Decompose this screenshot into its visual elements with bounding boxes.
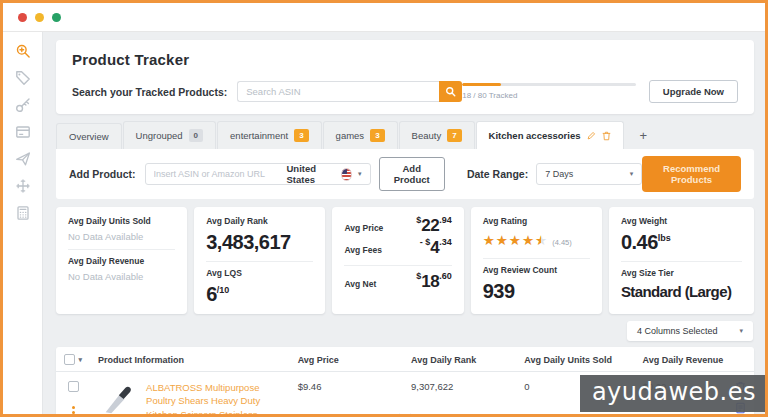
avg-size-tier-value: Standard (Large) bbox=[621, 283, 742, 300]
col-product-information[interactable]: Product Information bbox=[90, 347, 290, 372]
row-menu-kebab-icon[interactable] bbox=[72, 406, 75, 414]
marketplace-name: United States bbox=[287, 163, 336, 185]
chevron-down-icon: ▾ bbox=[630, 170, 634, 178]
upgrade-now-button[interactable]: Upgrade Now bbox=[649, 80, 738, 103]
tag-icon[interactable] bbox=[15, 70, 31, 86]
star-rating: ★★★★★★★★★★(4.45) bbox=[483, 231, 590, 249]
asin-url-input[interactable] bbox=[146, 169, 279, 179]
tab-ungrouped[interactable]: Ungrouped0 bbox=[123, 121, 216, 149]
row-expand-chevron-icon[interactable] bbox=[398, 413, 412, 414]
tracked-usage: 18 / 80 Tracked bbox=[462, 83, 636, 100]
tab-games[interactable]: games3 bbox=[323, 121, 398, 149]
chevron-down-icon: ▾ bbox=[358, 170, 362, 178]
search-asin-input[interactable] bbox=[237, 81, 439, 102]
tracker-header-panel: Product Tracker Search your Tracked Prod… bbox=[56, 40, 754, 114]
avg-lqs-value: 6/10 bbox=[206, 283, 313, 306]
card-rank-lqs: Avg Daily Rank 3,483,617 Avg LQS 6/10 bbox=[194, 207, 325, 314]
page-title: Product Tracker bbox=[72, 51, 738, 68]
card-price-fees-net: Avg Price $22.94 Avg Fees - $4.34 Avg Ne… bbox=[332, 207, 463, 314]
card-weight-size: Avg Weight 0.46lbs Avg Size Tier Standar… bbox=[609, 207, 754, 314]
media-card-icon[interactable] bbox=[15, 124, 31, 140]
search-magnet-icon[interactable] bbox=[15, 43, 31, 59]
avg-review-count-value: 939 bbox=[483, 280, 590, 303]
window-titlebar bbox=[3, 3, 765, 32]
avg-weight-value: 0.46lbs bbox=[621, 231, 742, 254]
product-title-link[interactable]: ALBATROSS Multipurpose Poultry Shears He… bbox=[146, 381, 282, 414]
watermark: ayudaweb.es bbox=[580, 375, 765, 412]
col-avg-daily-rank[interactable]: Avg Daily Rank bbox=[403, 347, 516, 372]
stars-icon: ★★★★★★★★★★ bbox=[483, 234, 549, 248]
app-window: Product Tracker Search your Tracked Prod… bbox=[0, 0, 768, 417]
add-product-button[interactable]: Add Product bbox=[379, 157, 445, 191]
avg-net-value: $18.60 bbox=[416, 272, 451, 292]
avg-fees-value: - $4.34 bbox=[420, 238, 452, 258]
rating-number: (4.45) bbox=[552, 238, 572, 247]
tab-count-badge: 3 bbox=[370, 129, 384, 142]
tracked-progress-bar bbox=[462, 83, 636, 86]
columns-selected-dropdown[interactable]: 4 Columns Selected ▾ bbox=[627, 321, 753, 341]
edit-pencil-icon[interactable] bbox=[587, 131, 596, 140]
sidebar bbox=[3, 32, 43, 414]
main-content: Product Tracker Search your Tracked Prod… bbox=[43, 32, 765, 414]
window-close-button[interactable] bbox=[18, 13, 27, 22]
row-checkbox[interactable] bbox=[68, 381, 79, 392]
recommend-products-button[interactable]: Recommend Products bbox=[642, 156, 741, 192]
tracked-count-text: 18 / 80 Tracked bbox=[462, 91, 636, 100]
search-tracked-label: Search your Tracked Products: bbox=[72, 86, 227, 98]
search-icon bbox=[445, 86, 456, 97]
tracked-progress-fill bbox=[462, 83, 501, 86]
tab-entertainment[interactable]: entertainment3 bbox=[217, 121, 322, 149]
avg-price-value: $22.94 bbox=[416, 216, 451, 236]
tab-kitchen-accessories[interactable]: Kitchen accessories bbox=[476, 121, 624, 149]
add-product-label: Add Product: bbox=[69, 168, 136, 180]
add-group-tab[interactable]: + bbox=[625, 122, 663, 149]
marketplace-selector[interactable]: United States ▾ bbox=[279, 164, 370, 184]
tab-beauty[interactable]: Beauty7 bbox=[399, 121, 475, 149]
delete-trash-icon[interactable] bbox=[602, 131, 611, 141]
col-avg-daily-revenue[interactable]: Avg Daily Revenue bbox=[635, 347, 726, 372]
col-avg-price[interactable]: Avg Price bbox=[290, 347, 403, 372]
search-button[interactable] bbox=[439, 81, 462, 102]
product-thumbnail bbox=[98, 381, 136, 414]
stars-filled: ★★★★★ bbox=[483, 234, 541, 248]
calculator-icon[interactable] bbox=[15, 205, 31, 221]
crosshair-icon[interactable] bbox=[15, 178, 31, 194]
card-rating-reviews: Avg Rating ★★★★★★★★★★(4.45) Avg Review C… bbox=[471, 207, 602, 314]
date-range-select[interactable]: 7 Days ▾ bbox=[536, 163, 642, 185]
tab-count-badge: 3 bbox=[294, 129, 308, 142]
select-all-checkbox[interactable] bbox=[64, 354, 75, 365]
card-units-revenue: Avg Daily Units Sold No Data Available A… bbox=[56, 207, 187, 314]
paper-plane-icon[interactable] bbox=[15, 151, 31, 167]
us-flag-icon bbox=[341, 168, 352, 181]
window-minimize-button[interactable] bbox=[35, 13, 44, 22]
avg-daily-rank-value: 3,483,617 bbox=[206, 231, 313, 254]
key-icon[interactable] bbox=[15, 97, 31, 113]
tab-overview[interactable]: Overview bbox=[56, 123, 122, 149]
tab-count-badge: 7 bbox=[447, 129, 461, 142]
cell-avg-daily-rank: 9,307,622 bbox=[403, 372, 516, 414]
tab-count-badge: 0 bbox=[189, 129, 203, 142]
date-range-label: Date Range: bbox=[467, 168, 528, 180]
no-data-text: No Data Available bbox=[68, 271, 175, 282]
table-header-row: ▾ Product Information Avg Price Avg Dail… bbox=[56, 347, 754, 372]
col-avg-daily-units-sold[interactable]: Avg Daily Units Sold bbox=[516, 347, 634, 372]
window-maximize-button[interactable] bbox=[52, 13, 61, 22]
chevron-down-icon: ▾ bbox=[739, 327, 743, 335]
stats-cards: Avg Daily Units Sold No Data Available A… bbox=[56, 207, 754, 314]
chevron-down-icon[interactable]: ▾ bbox=[79, 356, 83, 364]
no-data-text: No Data Available bbox=[68, 231, 175, 242]
group-tabs: Overview Ungrouped0 entertainment3 games… bbox=[56, 121, 754, 149]
cell-avg-price: $9.46 bbox=[290, 372, 403, 414]
add-product-bar: Add Product: United States ▾ Add Product… bbox=[56, 149, 754, 199]
